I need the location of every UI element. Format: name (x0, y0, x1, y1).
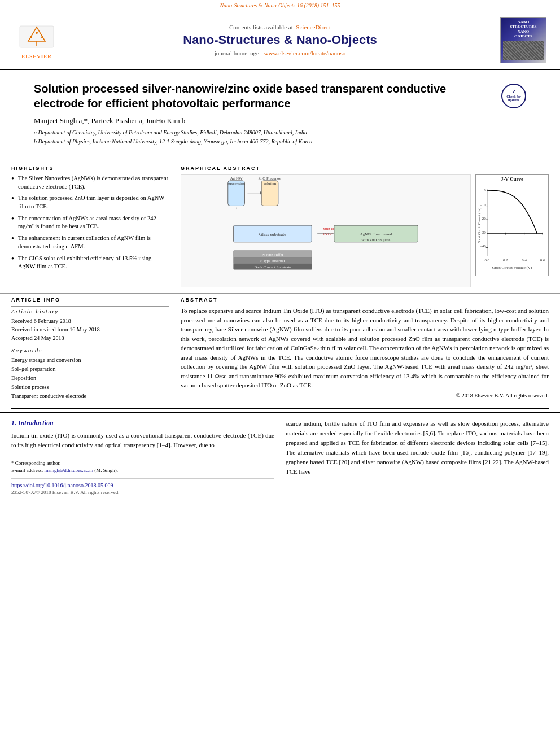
thumb-image (503, 41, 544, 60)
keywords-section: Keywords: Energy storage and conversion … (11, 348, 169, 401)
svg-text:0.6: 0.6 (540, 258, 545, 262)
body-section: 1. Introduction Indium tin oxide (ITO) i… (0, 412, 560, 501)
graphical-abstract-content: Ag NW suspension ↓ ZnO Precursor solutio… (181, 174, 549, 287)
keyword-2: Sol–gel preparation (11, 365, 169, 374)
keyword-3: Deposition (11, 374, 169, 383)
highlight-item-2: The solution processed ZnO thin layer is… (11, 194, 169, 211)
history-label: Article history: (11, 309, 169, 314)
svg-point-3 (30, 36, 32, 38)
journal-homepage: journal homepage: www.elsevier.com/locat… (215, 50, 345, 56)
highlight-item-1: The Silver Nanowires (AgNWs) is demonstr… (11, 174, 169, 191)
article-title-section: Solution processed silver-nanowire/zinc … (0, 70, 560, 152)
svg-point-4 (41, 36, 43, 38)
corresponding-note: * Corresponding author. (11, 460, 274, 467)
journal-title: Nano-Structures & Nano-Objects (183, 33, 377, 47)
keywords-label: Keywords: (11, 348, 169, 353)
doi-section: https://doi.org/10.1016/j.nanoso.2018.05… (11, 478, 274, 495)
svg-text:Short Circuit Current (Jsc): Short Circuit Current (Jsc) (478, 208, 482, 243)
email-suffix: (M. Singh). (94, 468, 118, 473)
svg-text:ZnO Precursor: ZnO Precursor (259, 176, 282, 180)
abstract-section: ABSTRACT To replace expensive and scarce… (181, 297, 549, 401)
svg-text:suspension: suspension (228, 181, 245, 185)
thumb-title: NANO STRUCTURES NANO OBJECTS (510, 20, 536, 39)
svg-text:0.0: 0.0 (484, 258, 489, 262)
abstract-label: ABSTRACT (181, 297, 549, 303)
svg-text:0.4: 0.4 (522, 258, 527, 262)
journal-thumbnail: NANO STRUCTURES NANO OBJECTS (498, 17, 549, 63)
journal-bar: Nano-Structures & Nano-Objects 16 (2018)… (0, 0, 560, 11)
accepted-date: Accepted 24 May 2018 (11, 334, 169, 342)
svg-text:N-type buffer: N-type buffer (262, 252, 283, 256)
svg-text:–40: –40 (479, 244, 486, 248)
article-title-block: Solution processed silver-nanowire/zinc … (34, 81, 496, 147)
info-divider (11, 306, 169, 307)
process-diagram-svg: Ag NW suspension ↓ ZnO Precursor solutio… (181, 175, 470, 287)
keyword-5: Transparent conductive electrode (11, 392, 169, 401)
received-date: Received 6 February 2018 (11, 317, 169, 325)
svg-text:0.2: 0.2 (503, 258, 508, 262)
svg-text:Glass substrate: Glass substrate (259, 232, 286, 237)
svg-text:–10: –10 (479, 203, 486, 207)
page: Nano-Structures & Nano-Objects 16 (2018)… (0, 0, 560, 747)
svg-text:AgNW film covered: AgNW film covered (360, 232, 392, 236)
header-center: Contents lists available at ScienceDirec… (68, 17, 492, 63)
intro-col1-text: Indium tin oxide (ITO) is commonly used … (11, 431, 274, 450)
svg-text:Ag NW: Ag NW (230, 176, 243, 180)
copyright: © 2018 Elsevier B.V. All rights reserved… (181, 392, 549, 399)
check-for-updates-badge: ✓ Check forupdates (501, 84, 526, 108)
jv-chart-label: J-V Curve (476, 175, 548, 183)
doi-link[interactable]: https://doi.org/10.1016/j.nanoso.2018.05… (11, 482, 113, 488)
process-diagram: Ag NW suspension ↓ ZnO Precursor solutio… (181, 174, 471, 287)
highlights-label: HIGHLIGHTS (11, 165, 169, 171)
revised-date: Received in revised form 16 May 2018 (11, 325, 169, 334)
email-note: E-mail address: msingh@ddn.upes.ac.in (M… (11, 467, 274, 474)
intro-heading: 1. Introduction (11, 419, 274, 427)
check-label: ✓ Check forupdates (506, 90, 521, 102)
journal-citation: Nano-Structures & Nano-Objects 16 (2018)… (220, 2, 340, 8)
divider-thick (11, 408, 549, 409)
highlights-list: The Silver Nanowires (AgNWs) is demonstr… (11, 174, 169, 271)
svg-text:P-type absorber: P-type absorber (260, 259, 285, 263)
highlights-col: HIGHLIGHTS The Silver Nanowires (AgNWs) … (11, 165, 169, 287)
body-col-left: 1. Introduction Indium tin oxide (ITO) i… (11, 419, 274, 495)
highlight-item-4: The enhancement in current collection of… (11, 234, 169, 251)
thumb-box: NANO STRUCTURES NANO OBJECTS (500, 17, 546, 63)
svg-text:Back Contact Substrate: Back Contact Substrate (254, 265, 291, 269)
body-col-right: scarce indium, brittle nature of ITO fil… (286, 419, 549, 495)
article-info-label: ARTICLE INFO (11, 297, 169, 303)
svg-text:solution: solution (264, 181, 277, 185)
keyword-1: Energy storage and conversion (11, 356, 169, 365)
article-info-abstract-section: ARTICLE INFO Article history: Received 6… (0, 293, 560, 404)
keyword-4: Solution process (11, 383, 169, 392)
jv-chart: J-V Curve 0 –10 –20 –30 –40 0.0 0.2 (475, 174, 549, 276)
svg-text:with ZnO on glass: with ZnO on glass (362, 238, 391, 242)
affiliation-b: b Department of Physics, Incheon Nationa… (34, 138, 496, 146)
email-address: msingh@ddn.upes.ac.in (44, 468, 93, 473)
issn-text: 2352-507X/© 2018 Elsevier B.V. All right… (11, 490, 274, 495)
graphical-abstract-col: GRAPHICAL ABSTRACT Ag NW suspension ↓ (181, 165, 549, 287)
keywords-list: Energy storage and conversion Sol–gel pr… (11, 356, 169, 401)
contents-link: Contents lists available at ScienceDirec… (229, 24, 331, 30)
header-section: ELSEVIER Contents lists available at Sci… (0, 11, 560, 70)
highlight-item-3: The concentration of AgNWs as areal mass… (11, 215, 169, 231)
elsevier-logo-icon (17, 21, 56, 53)
highlights-abstract-section: HIGHLIGHTS The Silver Nanowires (AgNWs) … (0, 160, 560, 293)
svg-text:0: 0 (484, 188, 486, 192)
article-title: Solution processed silver-nanowire/zinc … (34, 81, 496, 111)
body-two-col: 1. Introduction Indium tin oxide (ITO) i… (11, 419, 549, 495)
jv-chart-svg: 0 –10 –20 –30 –40 0.0 0.2 0.4 0.6 (476, 183, 548, 268)
authors: Manjeet Singh a,*, Parteek Prasher a, Ju… (34, 116, 496, 125)
divider-1 (11, 156, 549, 156)
intro-col2-text: scarce indium, brittle nature of ITO fil… (286, 419, 549, 477)
footnote-section: * Corresponding author. E-mail address: … (11, 456, 274, 474)
article-info: ARTICLE INFO Article history: Received 6… (11, 297, 169, 401)
elsevier-logo-block: ELSEVIER (11, 17, 62, 63)
svg-text:↓: ↓ (235, 207, 237, 210)
elsevier-label: ELSEVIER (21, 54, 52, 59)
sciencedirect-link[interactable]: ScienceDirect (296, 24, 331, 30)
svg-point-5 (36, 32, 38, 34)
graphical-abstract-label: GRAPHICAL ABSTRACT (181, 165, 549, 171)
affiliation-a: a Department of Chemistry, University of… (34, 129, 496, 137)
homepage-link[interactable]: www.elsevier.com/locate/nanoso (264, 50, 345, 56)
abstract-text: To replace expensive and scarce Indium T… (181, 306, 549, 390)
